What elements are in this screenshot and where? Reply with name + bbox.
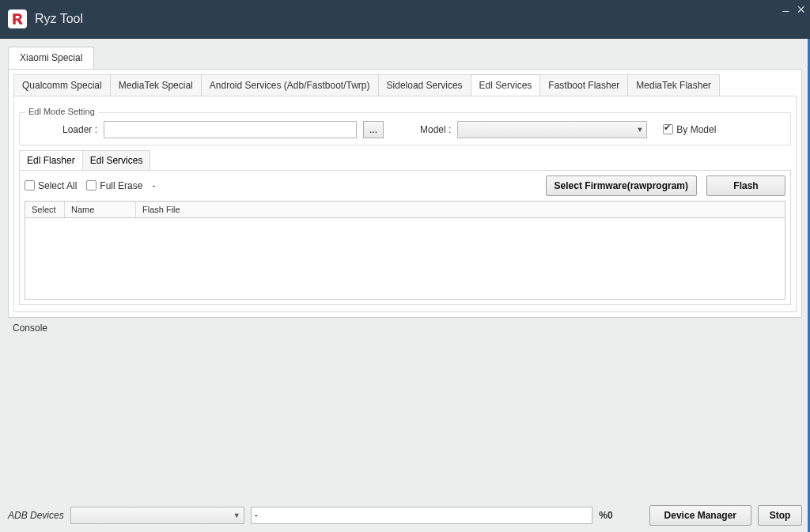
progress-label: %0 [599, 510, 612, 521]
console-output[interactable] [8, 335, 802, 500]
tabpanel-level1: Qualcomm Special MediaTek Special Androi… [8, 69, 802, 318]
loader-input[interactable] [104, 121, 357, 138]
titlebar: Ryz Tool – × [0, 0, 810, 38]
device-manager-button[interactable]: Device Manager [649, 505, 751, 526]
tab-xiaomi-special[interactable]: Xiaomi Special [8, 47, 94, 69]
minimize-button[interactable]: – [782, 3, 789, 17]
edl-mode-frame: Loader : ... Model : ▼ By Model [19, 112, 791, 145]
by-model-checkbox[interactable]: By Model [663, 124, 716, 135]
edl-mode-frame-title: Edl Mode Setting [25, 107, 98, 116]
close-button[interactable]: × [797, 2, 805, 18]
col-flash-file: Flash File [136, 202, 785, 217]
col-select: Select [25, 202, 65, 217]
tab-qualcomm-special[interactable]: Qualcomm Special [13, 74, 111, 96]
tab-edl-services-inner[interactable]: Edl Services [83, 150, 151, 170]
tabpanel-edl-services: Edl Mode Setting Loader : ... Model : ▼ [13, 96, 797, 312]
app-title: Ryz Tool [35, 12, 83, 26]
chevron-down-icon: ▼ [233, 511, 240, 519]
loader-label: Loader : [26, 124, 97, 135]
adb-devices-select[interactable]: ▼ [70, 507, 244, 524]
console-label: Console [8, 318, 802, 335]
flash-button[interactable]: Flash [706, 175, 785, 196]
tab-edl-services[interactable]: Edl Services [471, 74, 541, 96]
stop-button[interactable]: Stop [758, 505, 802, 526]
status-field [251, 507, 593, 524]
tab-android-services[interactable]: Android Services (Adb/Fastboot/Twrp) [202, 74, 379, 96]
select-all-checkbox[interactable]: Select All [25, 180, 77, 191]
adb-devices-label: ADB Devices [8, 510, 64, 521]
tabs-level3: Edl Flasher Edl Services [19, 150, 791, 170]
loader-browse-button[interactable]: ... [363, 121, 384, 138]
model-label: Model : [420, 124, 451, 135]
col-name: Name [65, 202, 136, 217]
tab-mediatek-special[interactable]: MediaTek Special [111, 74, 202, 96]
select-firmware-button[interactable]: Select Firmware(rawprogram) [546, 175, 697, 196]
tab-edl-flasher[interactable]: Edl Flasher [19, 150, 83, 170]
partition-grid[interactable]: Select Name Flash File [25, 201, 785, 300]
tab-sideload-services[interactable]: Sideload Services [379, 74, 471, 96]
dash-label: - [152, 180, 155, 191]
tab-mediatek-flasher[interactable]: MediaTek Flasher [628, 74, 720, 96]
full-erase-checkbox[interactable]: Full Erase [86, 180, 142, 191]
tabpanel-edl-flasher: Select All Full Erase - Select Firmware(… [19, 170, 791, 305]
tabs-level2: Qualcomm Special MediaTek Special Androi… [13, 74, 797, 96]
bottom-bar: ADB Devices ▼ %0 Device Manager Stop [8, 500, 802, 526]
tab-fastboot-flasher[interactable]: Fastboot Flasher [540, 74, 628, 96]
app-logo [8, 9, 27, 28]
model-select[interactable]: ▼ [457, 121, 647, 138]
chevron-down-icon: ▼ [636, 126, 643, 134]
tabs-level1: Xiaomi Special [8, 47, 802, 69]
